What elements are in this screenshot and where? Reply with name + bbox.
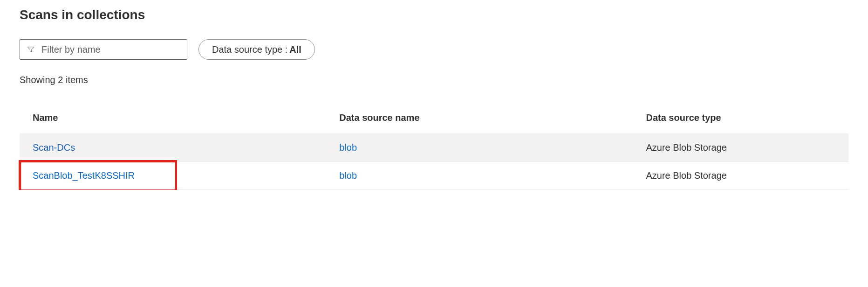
result-count: Showing 2 items xyxy=(20,75,848,85)
scans-table: Name Data source name Data source type S… xyxy=(20,106,848,190)
table-row[interactable]: Scan-DCs blob Azure Blob Storage xyxy=(20,134,848,162)
scan-name-link[interactable]: Scan-DCs xyxy=(33,142,75,153)
filter-icon xyxy=(27,45,35,54)
scan-name-link[interactable]: ScanBlob_TestK8SSHIR xyxy=(33,170,135,181)
column-header-name[interactable]: Name xyxy=(20,106,326,134)
filter-by-name-input[interactable] xyxy=(41,44,180,55)
column-header-data-source-type[interactable]: Data source type xyxy=(633,106,848,134)
data-source-name-link[interactable]: blob xyxy=(339,142,357,153)
table-wrapper: Name Data source name Data source type S… xyxy=(20,106,848,190)
filter-by-name-wrapper[interactable] xyxy=(20,39,187,60)
data-source-type-text: Azure Blob Storage xyxy=(646,170,726,181)
page-title: Scans in collections xyxy=(20,7,848,22)
data-source-type-filter-label: Data source type : xyxy=(212,44,287,55)
data-source-type-filter-value: All xyxy=(289,44,301,55)
filter-row: Data source type : All xyxy=(20,39,848,60)
page-container: Scans in collections Data source type : … xyxy=(0,0,868,190)
data-source-name-link[interactable]: blob xyxy=(339,170,357,181)
data-source-type-text: Azure Blob Storage xyxy=(646,142,726,153)
data-source-type-filter-button[interactable]: Data source type : All xyxy=(198,39,315,60)
column-header-data-source-name[interactable]: Data source name xyxy=(326,106,633,134)
table-header-row: Name Data source name Data source type xyxy=(20,106,848,134)
table-row[interactable]: ScanBlob_TestK8SSHIR blob Azure Blob Sto… xyxy=(20,162,848,190)
